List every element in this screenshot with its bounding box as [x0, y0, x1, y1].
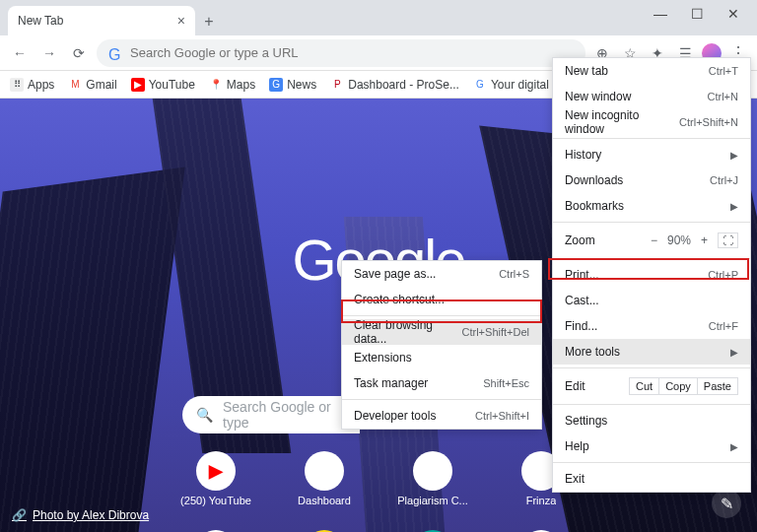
photo-credit[interactable]: 🔗 Photo by Alex Dibrova: [12, 508, 149, 522]
search-icon: 🔍: [196, 407, 213, 423]
menu-help[interactable]: Help▶: [553, 433, 750, 459]
ntp-search-placeholder: Search Google or type: [223, 399, 346, 431]
chevron-right-icon: ▶: [730, 347, 738, 358]
menu-create-shortcut[interactable]: Create shortcut...: [342, 287, 541, 312]
shortcut-label: Dashboard: [298, 495, 351, 506]
background-building: [0, 166, 185, 532]
bookmark-maps[interactable]: 📍Maps: [209, 78, 255, 92]
fullscreen-button[interactable]: ⛶: [718, 233, 738, 248]
back-button[interactable]: ←: [8, 41, 32, 65]
minimize-button[interactable]: —: [654, 6, 667, 22]
google-icon: G: [108, 46, 122, 60]
maximize-button[interactable]: ☐: [691, 6, 704, 22]
menu-separator: [553, 462, 750, 463]
menu-exit[interactable]: Exit: [553, 466, 750, 492]
customize-button[interactable]: ✎: [712, 489, 741, 518]
menu-extensions[interactable]: Extensions: [342, 345, 541, 370]
link-icon: 🔗: [12, 508, 27, 522]
menu-find[interactable]: Find...Ctrl+F: [553, 313, 750, 339]
chevron-right-icon: ▶: [730, 201, 738, 212]
shortcut-icon: [305, 451, 344, 491]
zoom-value: 90%: [667, 233, 691, 247]
menu-separator: [553, 404, 750, 405]
menu-separator: [553, 258, 750, 259]
shortcut-tile[interactable]: ▶(250) YouTube: [177, 451, 254, 506]
close-button[interactable]: ✕: [727, 6, 739, 22]
menu-separator: [342, 315, 541, 316]
menu-save-page[interactable]: Save page as...Ctrl+S: [342, 261, 541, 287]
chevron-right-icon: ▶: [730, 150, 738, 161]
reload-button[interactable]: ⟳: [67, 41, 91, 65]
menu-separator: [553, 138, 750, 139]
bookmark-news[interactable]: GNews: [269, 78, 316, 92]
more-tools-submenu: Save page as...Ctrl+S Create shortcut...…: [341, 260, 542, 430]
zoom-out-button[interactable]: −: [651, 233, 657, 247]
shortcut-tile[interactable]: Plagiarism C...: [394, 451, 471, 506]
menu-more-tools[interactable]: More tools▶: [553, 339, 750, 365]
tab-close-icon[interactable]: ×: [177, 13, 185, 29]
omnibox[interactable]: G: [97, 39, 585, 67]
edit-paste-button[interactable]: Paste: [697, 377, 738, 395]
menu-clear-browsing-data[interactable]: Clear browsing data...Ctrl+Shift+Del: [342, 319, 541, 345]
forward-button[interactable]: →: [37, 41, 61, 65]
menu-new-tab[interactable]: New tabCtrl+T: [553, 58, 750, 84]
menu-developer-tools[interactable]: Developer toolsCtrl+Shift+I: [342, 403, 541, 429]
tab-new-tab[interactable]: New Tab ×: [8, 6, 195, 35]
shortcut-icon: [413, 451, 452, 491]
chevron-right-icon: ▶: [730, 441, 738, 452]
menu-history[interactable]: History▶: [553, 142, 750, 167]
menu-edit: Edit Cut Copy Paste: [553, 371, 750, 401]
tab-strip: New Tab × +: [0, 0, 757, 35]
new-tab-button[interactable]: +: [195, 8, 223, 35]
bookmark-dashboard[interactable]: PDashboard - ProSe...: [330, 78, 459, 92]
menu-zoom: Zoom − 90% + ⛶: [553, 226, 750, 255]
edit-cut-button[interactable]: Cut: [629, 377, 659, 395]
ntp-search-box[interactable]: 🔍 Search Google or type: [182, 396, 360, 433]
bookmark-apps[interactable]: ⠿Apps: [10, 78, 54, 92]
bookmark-youtube[interactable]: ▶YouTube: [131, 78, 195, 92]
tab-title: New Tab: [18, 14, 63, 28]
menu-incognito[interactable]: New incognito windowCtrl+Shift+N: [553, 109, 750, 135]
menu-separator: [553, 222, 750, 223]
shortcut-label: Plagiarism C...: [397, 495, 468, 506]
menu-task-manager[interactable]: Task managerShift+Esc: [342, 370, 541, 396]
menu-separator: [342, 399, 541, 400]
chrome-main-menu: New tabCtrl+T New windowCtrl+N New incog…: [552, 57, 751, 493]
menu-downloads[interactable]: DownloadsCtrl+J: [553, 167, 750, 193]
menu-print[interactable]: Print...Ctrl+P: [553, 262, 750, 288]
menu-new-window[interactable]: New windowCtrl+N: [553, 84, 750, 109]
bookmark-gmail[interactable]: MGmail: [68, 78, 116, 92]
zoom-in-button[interactable]: +: [701, 233, 708, 247]
shortcuts-row: ▶(250) YouTubeDashboardPlagiarism C...Fr…: [177, 451, 580, 506]
shortcut-icon: ▶: [196, 451, 236, 491]
menu-separator: [553, 367, 750, 368]
edit-copy-button[interactable]: Copy: [658, 377, 698, 395]
shortcut-label: (250) YouTube: [180, 495, 251, 506]
menu-bookmarks[interactable]: Bookmarks▶: [553, 193, 750, 219]
menu-settings[interactable]: Settings: [553, 408, 750, 433]
shortcut-label: Frinza: [526, 495, 557, 506]
shortcut-tile[interactable]: Dashboard: [286, 451, 363, 506]
menu-cast[interactable]: Cast...: [553, 288, 750, 313]
omnibox-input[interactable]: [130, 45, 574, 60]
